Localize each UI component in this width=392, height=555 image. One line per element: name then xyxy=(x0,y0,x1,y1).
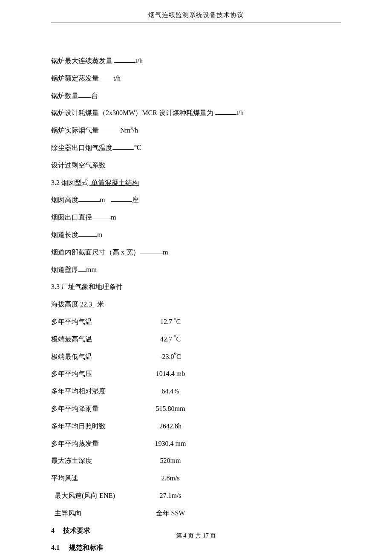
spec-line: 烟道内部截面尺寸（高 x 宽）m xyxy=(51,244,341,261)
blank-field xyxy=(114,56,135,63)
table-row: 主导风向全年 SSW xyxy=(51,505,341,522)
underlined-value: 单筒混凝土结构 xyxy=(89,179,140,186)
text: 3.2 烟囱型式 xyxy=(51,179,89,186)
text: 烟道壁厚 xyxy=(51,266,78,273)
table-row: 平均风速2.8m/s xyxy=(51,470,341,487)
text: 锅炉数量 xyxy=(51,92,78,99)
section-title: 规范和标准 xyxy=(69,544,103,551)
blank-field xyxy=(101,73,113,80)
text: m xyxy=(111,214,116,221)
text: 座 xyxy=(132,196,139,203)
blank-field xyxy=(215,108,236,115)
row-label: 极端最高气温 xyxy=(51,331,149,348)
table-row: 多年平均相对湿度64.4% xyxy=(51,383,341,400)
text: m xyxy=(97,231,102,238)
text: 烟囱高度 xyxy=(51,196,78,203)
text: t/h xyxy=(236,109,244,116)
blank-field xyxy=(99,126,120,132)
page: 烟气连续监测系统设备技术协议 锅炉最大连续蒸发量 t/h 锅炉额定蒸发量 t/h… xyxy=(0,0,392,555)
section-3-2: 3.2 烟囱型式 单筒混凝土结构 xyxy=(51,174,341,192)
blank-field xyxy=(78,91,91,97)
text: 除尘器出口烟气温度 xyxy=(51,144,112,151)
text: ℃ xyxy=(134,144,141,151)
text: m xyxy=(163,249,168,256)
value-number: 42.7 xyxy=(160,335,174,343)
text: 台 xyxy=(91,92,98,99)
spec-line: 除尘器出口烟气温度℃ xyxy=(51,139,341,157)
value-number: -23.0 xyxy=(160,353,174,360)
table-row: 多年平均气温12.7 oC xyxy=(51,313,341,331)
spec-line: 设计过剩空气系数 xyxy=(51,157,341,174)
content: 锅炉最大连续蒸发量 t/h 锅炉额定蒸发量 t/h 锅炉数量台 锅炉设计耗煤量（… xyxy=(51,24,341,555)
text: m xyxy=(100,196,105,203)
text: 烟道内部截面尺寸（高 x 宽） xyxy=(51,249,140,256)
row-label: 多年平均日照时数 xyxy=(51,418,149,435)
row-label: 主导风向 xyxy=(51,505,149,522)
spec-line: 锅炉最大连续蒸发量 t/h xyxy=(51,52,341,70)
underlined-value: 22.3 xyxy=(80,301,94,308)
unit-c: C xyxy=(176,318,181,325)
page-footer: 第 4 页 共 17 页 xyxy=(0,532,392,540)
spec-line: 海拔高度 22.3 米 xyxy=(51,296,341,313)
text: 烟囱出口直径 xyxy=(51,214,92,221)
row-value: 2642.8h xyxy=(149,418,192,435)
spec-line: 锅炉设计耗煤量（2x300MW）MCR 设计煤种耗煤量为 t/h xyxy=(51,104,341,122)
text: /h xyxy=(133,127,138,134)
spec-line: 锅炉额定蒸发量 t/h xyxy=(51,70,341,87)
row-label: 平均风速 xyxy=(51,470,149,487)
row-value: 520mm xyxy=(149,452,192,470)
unit-deg-c: oC xyxy=(174,318,181,325)
row-value: 12.7 oC xyxy=(149,313,192,331)
degree-symbol: o xyxy=(174,350,177,356)
blank-field xyxy=(78,230,97,237)
table-row: 多年平均降雨量515.80mm xyxy=(51,400,341,418)
text: 锅炉最大连续蒸发量 xyxy=(51,57,114,64)
blank-field xyxy=(140,247,163,254)
text: 锅炉额定蒸发量 xyxy=(51,75,101,82)
blank-field xyxy=(78,195,100,202)
row-label: 多年平均气压 xyxy=(51,365,149,383)
header-rule-top xyxy=(51,23,341,23)
text: Nm xyxy=(120,127,130,134)
spec-line: 锅炉实际烟气量Nm3/h xyxy=(51,122,341,139)
spec-line: 锅炉数量台 xyxy=(51,87,341,105)
row-value: 1014.4 mb xyxy=(149,365,192,383)
text: t/h xyxy=(135,57,143,64)
section-number: 4.1 xyxy=(51,539,69,555)
row-value: 2.8m/s xyxy=(149,470,192,487)
row-value: 1930.4 mm xyxy=(149,435,192,453)
degree-symbol: o xyxy=(174,316,176,321)
text: 烟道长度 xyxy=(51,231,78,238)
spec-line: 烟道长度m xyxy=(51,226,341,244)
text: 锅炉实际烟气量 xyxy=(51,127,99,134)
unit-c: C xyxy=(176,335,181,343)
unit-deg-c: oC xyxy=(174,335,181,343)
page-header-title: 烟气连续监测系统设备技术协议 xyxy=(51,0,341,23)
table-row: 多年平均气压1014.4 mb xyxy=(51,365,341,383)
table-row: 多年平均蒸发量1930.4 mm xyxy=(51,435,341,453)
table-row: 极端最高气温42.7 oC xyxy=(51,331,341,348)
row-value: -23.0oC xyxy=(149,348,192,366)
unit-c: C xyxy=(176,353,181,360)
section-3-3: 3.3 厂址气象和地理条件 xyxy=(51,278,341,296)
unit-deg-c: oC xyxy=(174,353,181,360)
row-label: 最大风速(风向 ENE) xyxy=(51,487,149,505)
blank-field xyxy=(92,213,111,219)
degree-symbol: o xyxy=(174,333,176,338)
row-value: 64.4% xyxy=(149,383,192,400)
row-label: 极端最低气温 xyxy=(51,348,149,366)
text: 设计过剩空气系数 xyxy=(51,162,106,169)
text: 3.3 厂址气象和地理条件 xyxy=(51,283,123,290)
section-4-1-heading: 4.1规范和标准 xyxy=(51,539,341,555)
table-row: 极端最低气温-23.0oC xyxy=(51,348,341,366)
row-value: 全年 SSW xyxy=(149,505,192,522)
table-row: 最大风速(风向 ENE)27.1m/s xyxy=(51,487,341,505)
row-label: 最大冻土深度 xyxy=(51,452,149,470)
blank-field xyxy=(111,195,132,202)
row-label: 多年平均蒸发量 xyxy=(51,435,149,453)
text: 米 xyxy=(97,301,104,308)
spec-line: 烟囱高度m座 xyxy=(51,191,341,209)
row-value: 515.80mm xyxy=(149,400,192,418)
spec-line: 烟囱出口直径m xyxy=(51,209,341,226)
table-row: 多年平均日照时数2642.8h xyxy=(51,418,341,435)
